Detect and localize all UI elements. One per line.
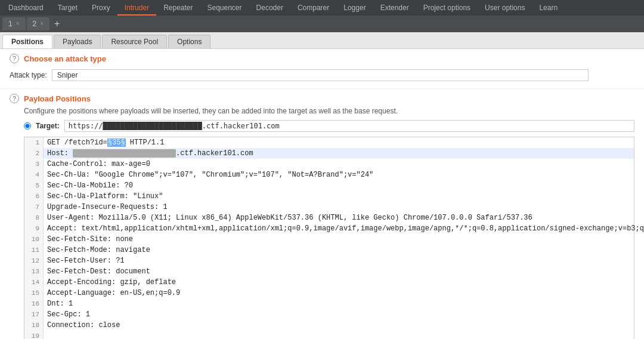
line-num-15: 15 [24,288,44,298]
help-icon-attack[interactable]: ? [10,54,19,63]
payload-positions-description: Configure the positions where payloads w… [24,107,634,115]
nav-extender[interactable]: Extender [373,0,416,16]
line-num-14: 14 [24,277,44,288]
nav-target[interactable]: Target [51,0,85,16]
request-line-2: 2 Host: ████████████████████████.ctf.hac… [24,148,634,159]
line-num-10: 10 [24,234,44,245]
payload-positions-title: Payload Positions [24,94,91,103]
request-line-6: 6 Sec-Ch-Ua-Platform: "Linux" [24,191,634,202]
request-line-12: 12 Sec-Fetch-User: ?1 [24,255,634,266]
line-content-18: Connection: close [44,320,120,331]
main-content: ? Choose an attack type Attack type: Sni… [0,49,644,339]
request-line-17: 17 Sec-Gpc: 1 [24,309,634,320]
line-num-5: 5 [24,180,44,191]
line-content-16: Dnt: 1 [44,298,73,309]
choose-attack-header: ? Choose an attack type [10,54,634,63]
request-line-11: 11 Sec-Fetch-Mode: navigate [24,245,634,255]
nav-user-options[interactable]: User options [478,0,532,16]
line-content-14: Accept-Encoding: gzip, deflate [44,277,176,288]
line-num-6: 6 [24,191,44,202]
line-content-9: Accept: text/html,application/xhtml+xml,… [44,223,644,234]
nav-sequencer[interactable]: Sequencer [200,0,249,16]
tab-2-label: 2 [33,17,37,30]
subtab-options[interactable]: Options [168,35,210,48]
request-line-4: 4 Sec-Ch-Ua: "Google Chrome";v="107", "C… [24,170,634,180]
line-num-16: 16 [24,298,44,309]
attack-type-label: Attack type: [10,71,47,79]
attack-type-row: Attack type: Sniper [10,67,634,84]
tab-1-label: 1 [8,17,13,30]
line-num-9: 9 [24,223,44,234]
line-content-19 [44,331,47,339]
line-content-7: Upgrade-Insecure-Requests: 1 [44,202,168,212]
line-content-6: Sec-Ch-Ua-Platform: "Linux" [44,191,163,202]
top-navigation: Dashboard Target Proxy Intruder Repeater… [0,0,644,16]
request-line-16: 16 Dnt: 1 [24,298,634,309]
payload-positions-section: ? Payload Positions Configure the positi… [0,89,644,339]
request-line-19: 19 [24,331,634,339]
line-content-5: Sec-Ch-Ua-Mobile: ?0 [44,180,133,191]
line-num-3: 3 [24,159,44,170]
tab-2[interactable]: 2 × [27,17,50,30]
nav-project-options[interactable]: Project options [416,0,478,16]
nav-logger[interactable]: Logger [336,0,373,16]
nav-decoder[interactable]: Decoder [249,0,290,16]
help-icon-payload[interactable]: ? [10,94,19,103]
request-line-8: 8 User-Agent: Mozilla/5.0 (X11; Linux x8… [24,212,634,223]
nav-repeater[interactable]: Repeater [156,0,200,16]
line-num-13: 13 [24,266,44,277]
line-content-10: Sec-Fetch-Site: none [44,234,133,245]
nav-comparer[interactable]: Comparer [290,0,336,16]
line-content-13: Sec-Fetch-Dest: document [44,266,150,277]
request-line-15: 15 Accept-Language: en-US,en;q=0.9 [24,288,634,298]
nav-dashboard[interactable]: Dashboard [1,0,51,16]
payload-positions-header: ? Payload Positions [10,94,634,103]
tab-1-close[interactable]: × [16,17,20,30]
target-row: Target: [24,120,634,132]
masked-host: ████████████████████████ [73,149,176,158]
request-line-5: 5 Sec-Ch-Ua-Mobile: ?0 [24,180,634,191]
line-content-11: Sec-Fetch-Mode: navigate [44,245,150,255]
tab-2-close[interactable]: × [40,17,44,30]
line-num-12: 12 [24,255,44,266]
request-line-7: 7 Upgrade-Insecure-Requests: 1 [24,202,634,212]
line-num-2: 2 [24,148,44,159]
line-num-4: 4 [24,170,44,180]
line-num-19: 19 [24,331,44,339]
nav-proxy[interactable]: Proxy [85,0,117,16]
choose-attack-title: Choose an attack type [24,54,106,63]
subtab-resource-pool[interactable]: Resource Pool [102,35,167,48]
subtab-payloads[interactable]: Payloads [54,35,101,48]
line-content-17: Sec-Gpc: 1 [44,309,90,320]
request-line-18: 18 Connection: close [24,320,634,331]
tab-1[interactable]: 1 × [2,17,26,30]
request-line-9: 9 Accept: text/html,application/xhtml+xm… [24,223,634,234]
request-editor[interactable]: 1 GET /fetch?id=§35§ HTTP/1.1 2 Host: ██… [24,137,634,339]
target-radio[interactable] [24,122,31,130]
choose-attack-section: ? Choose an attack type Attack type: Sni… [0,49,644,89]
nav-intruder[interactable]: Intruder [117,0,156,16]
subtab-positions[interactable]: Positions [2,35,52,48]
request-line-3: 3 Cache-Control: max-age=0 [24,159,634,170]
line-content-3: Cache-Control: max-age=0 [44,159,150,170]
line-num-1: 1 [24,137,44,148]
line-content-2: Host: ████████████████████████.ctf.hacke… [44,148,253,159]
line-content-1: GET /fetch?id=§35§ HTTP/1.1 [44,137,164,148]
attack-type-value: Sniper [52,69,589,81]
request-line-14: 14 Accept-Encoding: gzip, deflate [24,277,634,288]
line-content-15: Accept-Language: en-US,en;q=0.9 [44,288,180,298]
nav-learn[interactable]: Learn [532,0,565,16]
request-line-1: 1 GET /fetch?id=§35§ HTTP/1.1 [24,137,634,148]
line-num-11: 11 [24,245,44,255]
line-content-8: User-Agent: Mozilla/5.0 (X11; Linux x86_… [44,212,532,223]
request-line-13: 13 Sec-Fetch-Dest: document [24,266,634,277]
add-tab-button[interactable]: + [51,17,63,30]
sub-tab-bar: Positions Payloads Resource Pool Options [0,32,644,49]
line-content-12: Sec-Fetch-User: ?1 [44,255,125,266]
line-content-4: Sec-Ch-Ua: "Google Chrome";v="107", "Chr… [44,170,373,180]
line-num-17: 17 [24,309,44,320]
payload-marker-1: §35§ [107,138,126,147]
line-num-8: 8 [24,212,44,223]
target-input[interactable] [64,120,634,132]
target-label: Target: [36,122,60,130]
